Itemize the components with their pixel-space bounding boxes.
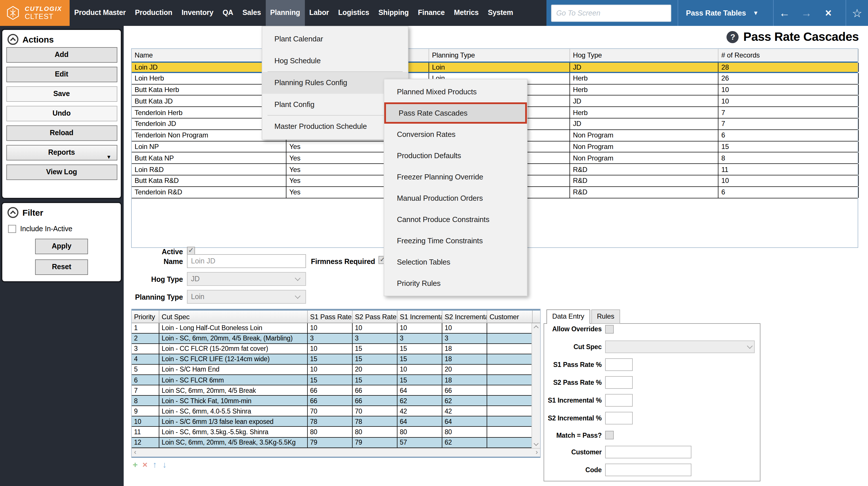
cascade-column-header[interactable]: Priority <box>132 310 159 322</box>
cascade-row[interactable]: 9 Loin - SC, 6mm, 4.0-5.5 Shinra 70 70 4… <box>132 406 531 417</box>
collapse-icon[interactable] <box>7 207 19 218</box>
back-icon[interactable]: ← <box>773 7 795 19</box>
submenu-item[interactable]: Pass Rate Cascades <box>384 102 527 124</box>
nav-item[interactable]: QA <box>218 0 238 26</box>
nav-item[interactable]: Production <box>130 0 177 26</box>
view-log-button[interactable]: View Log <box>6 164 117 180</box>
action-button[interactable]: Edit <box>6 67 117 82</box>
cascade-column-header[interactable]: Cut Spec <box>159 310 308 322</box>
favorite-star-icon[interactable]: ☆ <box>846 6 868 20</box>
menu-item[interactable]: Plant Calendar <box>262 28 408 50</box>
filter-panel-header[interactable]: Filter <box>2 203 121 220</box>
scroll-right-icon[interactable]: › <box>535 448 538 456</box>
scroll-left-icon[interactable]: ‹ <box>134 448 136 456</box>
cascade-column-header[interactable]: S2 Incremental <box>442 310 487 322</box>
scroll-down-icon[interactable] <box>534 441 539 446</box>
s1-incremental-label: S1 Incremental % <box>547 397 602 404</box>
scroll-up-icon[interactable] <box>534 325 539 330</box>
screen-selector-dropdown[interactable]: Pass Rate Tables ▼ <box>678 9 767 17</box>
cascade-row[interactable]: 3 Loin - CC FLCR (15-20mm fat cover) 10 … <box>132 344 531 354</box>
cascade-row[interactable]: 4 Loin - SC FLCR LIFE (12-14cm wide) 15 … <box>132 354 531 365</box>
cascade-row[interactable]: 2 Loin - SC, 6mm, 20mm, 4/5 Break, (Marb… <box>132 333 531 344</box>
include-inactive-checkbox[interactable] <box>8 225 16 233</box>
vertical-scrollbar[interactable] <box>531 323 540 448</box>
nav-item[interactable]: Sales <box>238 0 266 26</box>
cascade-row[interactable]: 6 Loin - SC FLCR 6mm 15 15 15 18 <box>132 375 531 385</box>
tab[interactable]: Rules <box>591 309 620 324</box>
s1-pass-rate-input[interactable] <box>605 358 633 371</box>
s2-pass-rate-input[interactable] <box>605 376 633 389</box>
submenu-item[interactable]: Conversion Rates <box>384 124 527 145</box>
cell-s2-incremental: 18 <box>442 375 487 385</box>
actions-panel-header[interactable]: Actions <box>2 30 121 47</box>
nav-item[interactable]: Logistics <box>334 0 374 26</box>
name-field[interactable] <box>187 254 306 268</box>
close-icon[interactable]: × <box>817 7 839 19</box>
cascade-column-header[interactable]: S2 Pass Rate <box>352 310 398 322</box>
submenu-item[interactable]: Priority Rules <box>384 273 527 294</box>
cascade-column-header[interactable]: S1 Pass Rate <box>308 310 352 322</box>
reset-button[interactable]: Reset <box>35 260 88 275</box>
delete-row-icon[interactable]: × <box>141 460 149 469</box>
hog-type-dropdown[interactable]: JD <box>187 272 306 286</box>
action-button[interactable]: Reload <box>6 125 117 141</box>
nav-item[interactable]: Planning <box>266 0 305 26</box>
cascade-row[interactable]: 1 Loin - Long Half-Cut Boneless Loin 10 … <box>132 323 531 333</box>
dropdown-chevron-icon <box>295 293 301 299</box>
active-checkbox[interactable] <box>187 247 195 255</box>
tab[interactable]: Data Entry <box>547 309 590 324</box>
menu-item[interactable]: Hog Schedule <box>262 50 408 72</box>
nav-item[interactable]: Labor <box>305 0 333 26</box>
customer-input[interactable] <box>605 446 691 458</box>
grid-column-header[interactable]: # of Records <box>718 49 859 62</box>
cascade-row[interactable]: 10 Loin - S/C 6mm 1/3 false lean exposed… <box>132 417 531 427</box>
s1-incremental-input[interactable] <box>605 394 633 407</box>
cascade-row[interactable]: 5 Loin - S/C Ham End 10 20 10 20 <box>132 365 531 375</box>
cascade-column-header[interactable]: Customer <box>487 310 533 322</box>
nav-item[interactable]: Finance <box>413 0 449 26</box>
grid-column-header[interactable]: Planning Type <box>429 49 570 62</box>
move-up-icon[interactable]: ↑ <box>151 460 159 469</box>
action-button[interactable]: Add <box>6 47 117 63</box>
cascade-row[interactable]: 7 Loin SC, 6mm, 20mm, 4/5 Break 66 66 64… <box>132 385 531 396</box>
action-button[interactable]: Save <box>6 86 117 102</box>
action-button[interactable]: Undo <box>6 106 117 121</box>
submenu-item[interactable]: Production Defaults <box>384 145 527 166</box>
cell-s2-pass: 70 <box>352 406 398 416</box>
cell-priority: 9 <box>132 406 159 416</box>
reports-button[interactable]: Reports ▼ <box>6 145 117 160</box>
cascade-column-header[interactable]: S1 Incremental <box>398 310 442 322</box>
add-row-icon[interactable]: + <box>131 460 139 469</box>
cell-name: Loin NP <box>132 141 286 152</box>
nav-item[interactable]: System <box>483 0 518 26</box>
allow-overrides-checkbox[interactable] <box>605 325 614 334</box>
apply-button[interactable]: Apply <box>35 239 88 254</box>
forward-icon[interactable]: → <box>795 7 817 19</box>
cut-spec-dropdown[interactable] <box>605 340 755 353</box>
nav-item[interactable]: Shipping <box>374 0 413 26</box>
move-down-icon[interactable]: ↓ <box>160 460 168 469</box>
goto-screen-input[interactable] <box>551 4 671 22</box>
match-pass-checkbox[interactable] <box>605 431 614 439</box>
submenu-item[interactable]: Selection Tables <box>384 251 527 273</box>
planning-type-dropdown[interactable]: Loin <box>187 290 306 304</box>
submenu-item[interactable]: Manual Production Orders <box>384 187 527 209</box>
cascade-row[interactable]: 11 Loin - SC, 6mm, 3.5kg.-5.5kg. Shinra … <box>132 427 531 437</box>
submenu-item[interactable]: Freezer Planning Override <box>384 166 527 187</box>
s2-incremental-input[interactable] <box>605 412 633 424</box>
collapse-icon[interactable] <box>7 34 19 45</box>
cascade-row[interactable]: 12 Loin SC, 6mm, 20mm, 4/5 Break, 3.5Kg-… <box>132 437 531 448</box>
help-icon[interactable]: ? <box>727 31 739 43</box>
code-input[interactable] <box>605 463 691 476</box>
grid-column-header[interactable]: Hog Type <box>570 49 718 62</box>
nav-item[interactable]: Inventory <box>177 0 218 26</box>
cell-s1-incremental: 62 <box>398 396 442 405</box>
table-row[interactable]: Loin JD Loin JD 28 <box>132 62 858 73</box>
nav-item[interactable]: Metrics <box>449 0 483 26</box>
submenu-item[interactable]: Cannot Produce Constraints <box>384 209 527 230</box>
submenu-item[interactable]: Freezing Time Constraints <box>384 230 527 251</box>
submenu-item[interactable]: Planned Mixed Products <box>384 81 527 102</box>
horizontal-scrollbar[interactable]: ‹ › <box>132 448 540 456</box>
nav-item[interactable]: Product Master <box>70 0 130 26</box>
cascade-row[interactable]: 8 Loin - SC Thick Fat, 10mm-min 66 66 62… <box>132 396 531 406</box>
